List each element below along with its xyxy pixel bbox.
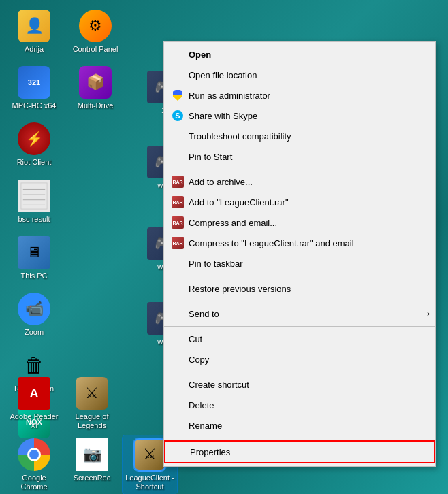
pin-taskbar-icon xyxy=(171,257,185,270)
pin-start-icon xyxy=(171,150,185,163)
icon-mpc[interactable]: 321 MPC-HC x64 xyxy=(7,63,61,113)
menu-copy[interactable]: Copy xyxy=(164,349,435,369)
separator-2 xyxy=(164,276,435,276)
menu-create-shortcut[interactable]: Create shortcut xyxy=(164,374,435,395)
menu-properties[interactable]: Properties xyxy=(164,440,435,463)
multidrive-icon-img: 📦 xyxy=(79,66,112,99)
icon-chrome[interactable]: Google Chrome xyxy=(7,435,61,494)
screenrec-icon-img: 📷 xyxy=(76,438,108,471)
rar-icon-1: RAR xyxy=(171,175,185,188)
menu-add-rar-label: Add to "LeagueClient.rar" xyxy=(189,197,415,208)
mpc-label: MPC-HC x64 xyxy=(12,101,57,110)
icon-zoom[interactable]: 📹 Zoom xyxy=(7,290,61,340)
menu-open-label: Open xyxy=(189,50,415,60)
menu-add-archive-label: Add to archive... xyxy=(189,177,415,187)
menu-create-shortcut-label: Create shortcut xyxy=(189,380,415,390)
menu-pin-start[interactable]: Pin to Start xyxy=(164,146,435,167)
menu-cut[interactable]: Cut xyxy=(164,329,435,349)
troubleshoot-icon xyxy=(171,129,185,143)
mpc-icon-img: 321 xyxy=(18,66,50,99)
zoom-icon-img: 📹 xyxy=(18,293,50,325)
menu-send-to[interactable]: Send to › xyxy=(164,303,435,324)
menu-share-skype-label: Share with Skype xyxy=(189,111,415,121)
bsc-label: bsc result xyxy=(18,215,50,224)
separator-5 xyxy=(164,372,435,372)
restore-icon xyxy=(171,282,185,295)
open-location-icon xyxy=(171,68,185,82)
open-icon xyxy=(171,48,185,61)
adrija-icon-img: 👤 xyxy=(18,10,50,42)
menu-add-rar[interactable]: RAR Add to "LeagueClient.rar" xyxy=(164,192,435,212)
copy-icon xyxy=(171,352,185,366)
menu-restore-versions[interactable]: Restore previous versions xyxy=(164,278,435,299)
menu-open-location[interactable]: Open file location xyxy=(164,65,435,85)
icon-control[interactable]: ⚙ Control Panel xyxy=(68,7,123,56)
riot-icon-img: ⚡ xyxy=(18,122,50,155)
league-shortcut-icon-img: ⚔ xyxy=(133,438,166,471)
menu-open[interactable]: Open xyxy=(164,44,435,65)
shield-icon xyxy=(171,88,185,102)
screenrec-label: ScreenRec xyxy=(74,474,110,482)
send-to-arrow: › xyxy=(427,309,430,318)
menu-compress-email-label: Compress and email... xyxy=(189,218,415,228)
thispc-label: This PC xyxy=(20,271,47,280)
rar-icon-4: RAR xyxy=(171,236,185,250)
adrija-label: Adrija xyxy=(25,45,44,54)
adobe-label: Adobe Reader XI xyxy=(10,412,59,430)
icon-adrija[interactable]: 👤 Adrija xyxy=(7,7,61,56)
menu-delete-label: Delete xyxy=(189,400,415,410)
control-icon-img: ⚙ xyxy=(79,10,112,42)
properties-icon xyxy=(172,445,186,459)
control-label: Control Panel xyxy=(73,45,118,54)
send-to-icon xyxy=(171,307,185,320)
desktop: 👤 Adrija 321 MPC-HC x64 ⚡ Riot Client xyxy=(0,0,448,494)
create-shortcut-icon xyxy=(171,378,185,391)
league-icon-img: ⚔ xyxy=(76,377,108,410)
menu-add-archive[interactable]: RAR Add to archive... xyxy=(164,171,435,192)
icon-league[interactable]: ⚔ League of Legends xyxy=(65,374,119,433)
separator-6 xyxy=(164,438,435,438)
context-menu: Open Open file location Run as administr… xyxy=(163,41,436,467)
menu-properties-label: Properties xyxy=(190,447,413,457)
adobe-icon-img: A xyxy=(18,377,50,410)
rename-icon xyxy=(171,418,185,432)
menu-pin-taskbar[interactable]: Pin to taskbar xyxy=(164,253,435,274)
icon-riot[interactable]: ⚡ Riot Client xyxy=(7,120,61,169)
multidrive-label: Multi-Drive xyxy=(78,101,114,110)
menu-run-admin[interactable]: Run as administrator xyxy=(164,85,435,105)
menu-rename-label: Rename xyxy=(189,421,415,431)
rar-icon-2: RAR xyxy=(171,195,185,209)
icon-thispc[interactable]: 🖥 This PC xyxy=(7,233,61,283)
menu-pin-start-label: Pin to Start xyxy=(189,152,415,162)
chrome-icon-img xyxy=(18,438,50,471)
cut-icon xyxy=(171,332,185,346)
league-label: League of Legends xyxy=(67,412,116,430)
menu-troubleshoot[interactable]: Troubleshoot compatibility xyxy=(164,126,435,146)
icon-multidrive[interactable]: 📦 Multi-Drive xyxy=(68,63,123,113)
riot-label: Riot Client xyxy=(17,158,52,167)
menu-troubleshoot-label: Troubleshoot compatibility xyxy=(189,131,415,142)
icon-bsc[interactable]: bsc result xyxy=(7,177,61,227)
menu-restore-versions-label: Restore previous versions xyxy=(189,284,415,294)
menu-run-admin-label: Run as administrator xyxy=(189,90,415,101)
menu-compress-email[interactable]: RAR Compress and email... xyxy=(164,212,435,233)
menu-cut-label: Cut xyxy=(189,334,415,344)
menu-copy-label: Copy xyxy=(189,355,415,365)
thispc-icon-img: 🖥 xyxy=(18,236,50,269)
menu-send-to-label: Send to xyxy=(189,309,415,319)
separator-4 xyxy=(164,326,435,327)
menu-pin-taskbar-label: Pin to taskbar xyxy=(189,259,415,269)
desktop-icon-grid: 👤 Adrija 321 MPC-HC x64 ⚡ Riot Client xyxy=(0,0,123,494)
zoom-label: Zoom xyxy=(25,328,44,337)
skype-icon: S xyxy=(171,109,185,122)
separator-3 xyxy=(164,301,435,301)
menu-delete[interactable]: Delete xyxy=(164,395,435,415)
menu-share-skype[interactable]: S Share with Skype xyxy=(164,105,435,126)
menu-compress-rar-email-label: Compress to "LeagueClient.rar" and email xyxy=(189,238,415,248)
chrome-label: Google Chrome xyxy=(10,474,59,491)
menu-compress-rar-email[interactable]: RAR Compress to "LeagueClient.rar" and e… xyxy=(164,233,435,253)
icon-screenrec[interactable]: 📷 ScreenRec xyxy=(65,435,119,485)
separator-1 xyxy=(164,169,435,169)
icon-adobe[interactable]: A Adobe Reader XI xyxy=(7,374,61,433)
menu-rename[interactable]: Rename xyxy=(164,415,435,435)
